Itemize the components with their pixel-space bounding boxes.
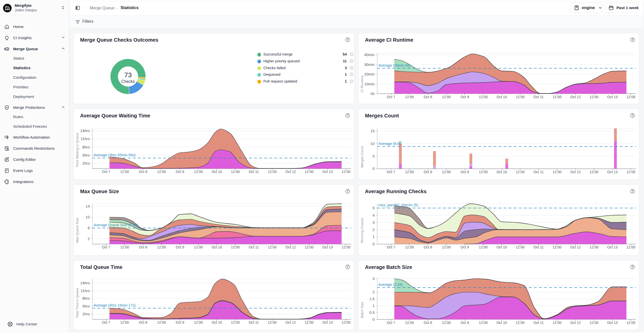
svg-text:Oct 10: Oct 10 [212,320,222,324]
svg-text:0: 0 [373,317,375,321]
svg-text:Oct 10: Oct 10 [496,170,507,174]
svg-text:Oct 7: Oct 7 [102,245,110,249]
svg-text:5hrs: 5hrs [82,153,90,157]
svg-text:12:00: 12:00 [194,320,203,324]
svg-text:Oct 8: Oct 8 [139,245,147,249]
svg-text:Oct 13: Oct 13 [607,95,617,99]
svg-text:3: 3 [373,220,375,224]
svg-text:11hrs: 11hrs [81,289,90,293]
svg-text:30min: 30min [364,62,375,67]
svg-text:12:00: 12:00 [479,321,488,325]
svg-text:Oct 9: Oct 9 [461,95,469,99]
svg-text:0: 0 [373,166,375,171]
svg-text:10: 10 [85,215,90,219]
svg-text:Oct 7: Oct 7 [387,170,395,174]
svg-text:14hrs: 14hrs [80,129,90,133]
svg-text:12:00: 12:00 [194,245,203,249]
svg-text:12:00: 12:00 [626,321,635,325]
svg-text:5: 5 [373,206,375,210]
svg-text:Oct 11: Oct 11 [534,95,544,99]
svg-text:Oct 8: Oct 8 [424,245,432,249]
svg-text:Running Checks: Running Checks [360,218,364,243]
svg-text:Max Queue Size: Max Queue Size [75,218,79,243]
svg-text:12:00: 12:00 [553,245,561,249]
svg-text:6: 6 [88,226,90,230]
svg-text:Oct 8: Oct 8 [139,320,147,324]
svg-text:Oct 13: Oct 13 [607,245,617,249]
svg-text:12:00: 12:00 [341,170,350,174]
svg-text:12:00: 12:00 [479,245,488,249]
svg-text:4: 4 [373,213,375,217]
svg-text:Oct 9: Oct 9 [461,245,469,249]
svg-text:Oct 11: Oct 11 [249,320,259,324]
svg-text:12:00: 12:00 [442,95,451,99]
svg-text:Oct 11: Oct 11 [534,170,544,174]
svg-text:12:00: 12:00 [553,95,561,99]
svg-text:Oct 8: Oct 8 [424,170,432,174]
svg-text:12:00: 12:00 [268,170,277,174]
svg-text:Oct 10: Oct 10 [212,170,222,174]
svg-text:Merges Count: Merges Count [360,146,364,167]
svg-text:14hrs: 14hrs [80,281,90,285]
svg-text:12:00: 12:00 [442,245,451,249]
svg-text:Oct 11: Oct 11 [249,245,259,249]
svg-text:12:00: 12:00 [626,245,635,249]
svg-text:Oct 13: Oct 13 [607,170,617,174]
svg-text:2: 2 [373,290,375,294]
svg-text:Oct 9: Oct 9 [176,245,184,249]
svg-text:12:00: 12:00 [157,320,166,324]
svg-text:0.5: 0.5 [369,310,375,315]
svg-text:12:00: 12:00 [626,170,635,174]
svg-text:0s: 0s [371,91,375,96]
svg-text:2: 2 [88,237,90,241]
svg-text:Oct 12: Oct 12 [285,320,296,324]
svg-text:12:00: 12:00 [516,245,524,249]
svg-text:Oct 13: Oct 13 [322,245,333,249]
svg-text:12:00: 12:00 [157,245,166,249]
svg-text:40min: 40min [364,53,375,57]
svg-text:Total Time in Queue: Total Time in Queue [75,288,79,318]
svg-text:10min: 10min [364,82,375,86]
svg-text:12:00: 12:00 [231,170,240,174]
svg-text:12:00: 12:00 [305,245,313,249]
svg-text:5: 5 [373,154,375,158]
svg-text:Oct 7: Oct 7 [387,95,395,99]
svg-text:Average (26min 9s): Average (26min 9s) [378,63,410,67]
svg-text:Oct 9: Oct 9 [176,170,184,174]
svg-text:Oct 8: Oct 8 [424,321,432,325]
svg-text:Oct 11: Oct 11 [249,170,259,174]
svg-text:Oct 10: Oct 10 [496,321,507,325]
svg-text:11hrs: 11hrs [81,137,90,141]
svg-text:2hrs: 2hrs [82,161,90,165]
svg-text:12:00: 12:00 [305,170,313,174]
svg-text:12:00: 12:00 [405,95,414,99]
svg-text:12:00: 12:00 [194,170,203,174]
svg-text:1.5: 1.5 [369,297,375,301]
svg-text:Average Queue Size (5.96): Average Queue Size (5.96) [94,223,138,227]
svg-text:1: 1 [373,235,375,239]
svg-text:2hrs: 2hrs [82,312,90,316]
svg-text:8hrs: 8hrs [82,145,90,149]
svg-text:14: 14 [85,204,90,208]
svg-text:12:00: 12:00 [516,95,524,99]
svg-text:Oct 11: Oct 11 [534,321,544,325]
svg-text:12:00: 12:00 [305,320,313,324]
svg-text:Oct 12: Oct 12 [570,170,581,174]
svg-text:10: 10 [370,141,375,146]
svg-text:12:00: 12:00 [120,320,129,324]
svg-text:12:00: 12:00 [268,245,277,249]
svg-text:12:00: 12:00 [120,245,129,249]
svg-text:Oct 13: Oct 13 [322,170,333,174]
svg-text:Average (4hrs 16min 17s): Average (4hrs 16min 17s) [94,303,136,307]
svg-text:12:00: 12:00 [516,321,524,325]
svg-text:Oct 9: Oct 9 [461,321,469,325]
svg-text:12:00: 12:00 [405,321,414,325]
svg-text:12:00: 12:00 [405,170,414,174]
svg-text:1: 1 [373,303,375,308]
svg-text:Oct 12: Oct 12 [285,245,296,249]
svg-text:12:00: 12:00 [626,95,635,99]
svg-text:12:00: 12:00 [231,320,240,324]
svg-text:Oct 7: Oct 7 [387,245,395,249]
svg-text:Oct 8: Oct 8 [424,95,432,99]
svg-text:Average (8.8): Average (8.8) [378,142,401,146]
